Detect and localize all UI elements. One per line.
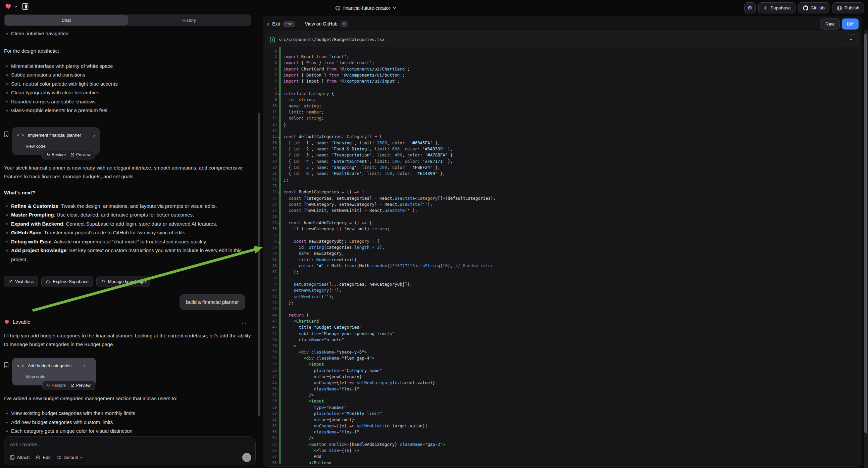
file-diff-card: src/components/budget/BudgetCategories.t… [265,32,860,464]
version-card-title: Add budget categories [28,361,71,370]
attach-button[interactable]: Attach [10,455,30,460]
fold-chevron-icon[interactable] [277,240,280,244]
fold-chevron-icon[interactable] [277,222,280,226]
code-line-text: import ChartCard from '@/components/ui/C… [277,66,410,71]
line-number: 16 [266,141,277,145]
code-line-text: placeholder="Category name" [277,368,382,373]
file-header[interactable]: src/components/budget/BudgetCategories.t… [266,32,860,47]
line-number: 23 [266,184,277,188]
chevron-right-icon[interactable]: › [93,131,95,140]
line-number: 4 [266,67,277,71]
g-shortcut-badge: G [341,21,348,27]
list-item: Subtle animations and transitions [4,70,254,80]
code-line-text: <div className="space-y-6"> [277,350,367,354]
view-code-link[interactable]: View code [26,142,95,151]
edit-button[interactable]: Edit [36,455,50,460]
tab-history[interactable]: History [128,15,251,26]
diff-toggle-button[interactable]: Diff [842,19,859,30]
line-number: 68 [266,461,277,464]
code-line: 17 { id: '2', name: 'Food & Dining', lim… [266,146,860,152]
code-line: 41 setNewLimit(''); [266,293,860,299]
github-button[interactable]: GitHub [798,2,829,13]
code-line: 16 { id: '1', name: 'Housing', limit: 15… [266,140,860,146]
restore-button[interactable]: ↻ Restore [46,150,66,159]
collapse-file-button[interactable] [845,34,857,45]
code-line-text: { id: '5', name: 'Shopping', limit: 200,… [277,165,440,170]
design-heading: For the design aesthetic: [4,47,249,55]
chat-input[interactable] [10,441,238,447]
line-number: 47 [266,331,277,336]
code-line-text: <Plus size={16} /> [277,448,359,453]
code-line-text: if (!newCategory || !newLimit) return; [277,226,390,231]
code-line: 29 const handleAddCategory = () => { [266,220,860,226]
code-line-text: { id: '1', name: 'Housing', limit: 1500,… [277,140,440,145]
fold-chevron-icon[interactable] [277,135,280,140]
chevron-right-icon[interactable]: › [84,361,85,370]
view-on-github-button[interactable]: View on GitHub G [305,21,348,27]
code-line-text: import { Plus } from 'lucide-react'; [277,60,374,65]
version-card-add-budget-categories[interactable]: < > Add budget categories › View code ↻ … [12,358,96,385]
restore-button[interactable]: ↻ Restore [46,381,66,390]
code-line: 65 <Button onClick={handleAddCategory} c… [266,441,860,447]
exit-label: Exit [272,21,280,27]
project-title: financial-future-creator [343,5,390,11]
code-line-text: { id: '3', name: 'Transportation', limit… [277,152,455,157]
code-line: 13} [266,121,860,127]
code-line-text: <Button onClick={handleAddCategory} clas… [277,442,445,447]
line-number: 31 [266,233,277,237]
github-icon [803,5,808,11]
version-card-title: Implement financial planner [28,131,81,140]
line-number: 13 [266,122,277,126]
lovable-app-window: financial-future-creator ⚙ Supabase GitH… [0,0,868,468]
code-line-text: <div className="flex gap-4"> [277,355,374,360]
code-line: 6import { Input } from '@/components/ui/… [266,78,860,84]
line-number: 59 [266,405,277,410]
publish-button[interactable]: Publish [832,2,864,13]
code-line: 15const defaultCategories: Category[] = … [266,134,860,140]
attach-label: Attach [17,455,30,460]
code-line: 66 <Plus size={16} /> [266,447,860,453]
code-line-text: const BudgetCategories = () => { [277,189,364,195]
code-line: 25 const [categories, setCategories] = R… [266,195,860,201]
code-line: 1 [266,47,860,53]
explore-supabase-button[interactable]: Explore Supabase [41,276,93,287]
code-line-text: limit: Number(newLimit), [277,257,359,262]
preview-button[interactable]: Preview [70,381,91,390]
code-line-text: { id: '2', name: 'Food & Dining', limit:… [277,146,453,151]
code-line: 57 /> [266,392,860,398]
code-line: 40 setNewCategory(''); [266,287,860,293]
tab-chat[interactable]: Chat [5,15,128,26]
code-line: 38 [266,275,860,281]
fold-chevron-icon[interactable] [277,92,280,97]
code-line-text: setNewLimit(''); [277,294,334,299]
version-card-implement-financial-planner[interactable]: < > Implement financial planner › View c… [12,127,100,155]
settings-button[interactable]: ⚙ [744,2,755,13]
line-number: 24 [266,190,277,194]
supabase-button[interactable]: Supabase [758,2,796,13]
assistant-paragraph: Your sleek financial planner is now read… [4,164,249,181]
bookmark-icon[interactable] [4,131,9,137]
list-item: Minimalist interface with plenty of whit… [4,62,254,71]
code-line: 56 className="flex-1" [266,386,860,392]
raw-toggle-button[interactable]: Raw [820,19,840,30]
fold-chevron-icon[interactable] [277,191,280,195]
visit-docs-button[interactable]: Visit docs [4,276,38,287]
github-label: GitHub [811,5,825,10]
line-number: 63 [266,430,277,434]
project-switcher[interactable]: financial-future-creator [335,0,396,16]
window-scrollbar[interactable] [864,34,867,433]
mode-selector[interactable]: Default [57,455,83,460]
send-button[interactable]: ↑ [242,453,251,462]
code-editor[interactable]: 12import React from 'react';3import { Pl… [266,47,860,464]
preview-button[interactable]: Preview [70,150,91,159]
code-line: 55 onChange={(e) => setNewCategory(e.tar… [266,380,860,386]
exit-button[interactable]: ‹ Exit ESC [267,21,295,27]
list-item: Each category gets a unique color for vi… [4,427,254,434]
bookmark-icon[interactable] [4,362,9,368]
view-code-link[interactable]: View code [26,373,91,381]
code-line: 19 { id: '4', name: 'Entertainment', lim… [266,158,860,164]
more-options-icon[interactable]: ... [242,318,247,326]
chat-scrollbar[interactable] [258,113,260,416]
manage-knowledge-button[interactable]: Manage knowledge [96,276,150,287]
mode-label: Default [64,455,78,460]
